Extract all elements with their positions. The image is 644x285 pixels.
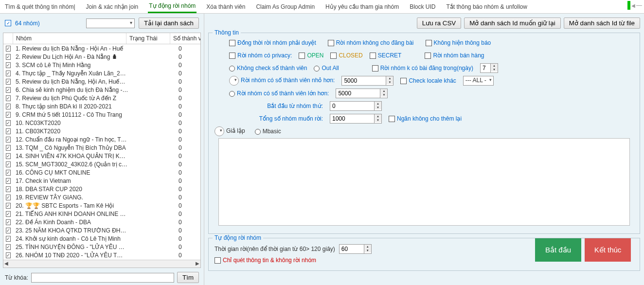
tab-7[interactable]: Tắt thông báo nhóm & unfollow	[446, 1, 528, 13]
row-checkbox[interactable]	[6, 62, 11, 68]
col-status[interactable]: Trạng Thái	[126, 33, 170, 44]
chk-no-post[interactable]	[328, 40, 334, 46]
open-from-file-button[interactable]: Mở danh sách Id từ file	[564, 18, 640, 29]
table-row[interactable]: 16. CÔNG CỤ MKT ONLINE0	[3, 168, 200, 177]
table-row[interactable]: 25. TÌNH NGUYỆN ĐÔNG - "LỬA YÊU …0	[3, 243, 200, 251]
filter-combo[interactable]	[86, 18, 135, 28]
table-row[interactable]: 20. 🏆🏆 SBTC Esports - Tam Kê Hội0	[3, 201, 200, 210]
table-row[interactable]: 12. Chuẩn đầu ra Ngoại ngữ - Tin học, T……	[3, 135, 200, 143]
stop-button[interactable]: Kết thúc	[585, 238, 631, 262]
chk-closed[interactable]	[330, 53, 337, 59]
tab-0[interactable]: Tìm & quét thông tin nhóm|	[4, 1, 76, 13]
row-checkbox[interactable]	[6, 203, 11, 209]
chk-only-scan[interactable]	[215, 257, 221, 264]
table-row[interactable]: 23. 25 NĂM KHOA QTKD TRƯỜNG ĐH…0	[3, 226, 200, 234]
tabs-scroll-left-icon[interactable]: ◀	[631, 3, 635, 8]
table-row[interactable]: 21. TIẾNG ANH KINH DOANH ONLINE …0	[3, 210, 200, 218]
row-checkbox[interactable]	[6, 54, 11, 60]
radio-mbasic[interactable]	[255, 129, 261, 135]
lt-spin[interactable]: ▲▼	[341, 76, 394, 86]
chk-sale[interactable]	[425, 53, 431, 59]
row-checkbox[interactable]	[6, 244, 11, 250]
table-row[interactable]: 1. Review du lịch Đà Nẵng - Hội An - Huế…	[3, 44, 200, 53]
table-row[interactable]: 4. Thực tập _ Thầy Nguyễn Xuân Lãn_2…0	[3, 69, 200, 77]
table-row[interactable]: 7. Review du lịch Phú Quốc từ A đến Z0	[3, 94, 200, 102]
table-row[interactable]: 11. CB03KT20200	[3, 127, 200, 135]
row-checkbox[interactable]	[6, 178, 11, 184]
pin-icon[interactable]	[627, 1, 630, 10]
row-checkbox[interactable]	[6, 145, 11, 151]
row-checkbox[interactable]	[6, 219, 11, 225]
start-button[interactable]: Bắt đầu	[535, 238, 581, 262]
chk-no-notice[interactable]	[426, 40, 432, 46]
row-checkbox[interactable]	[6, 95, 11, 101]
tab-4[interactable]: Claim As Group Admin	[255, 1, 316, 13]
keyword-input[interactable]	[31, 273, 174, 283]
table-row[interactable]: 10. NC03KT20200	[3, 119, 200, 127]
chk-open[interactable]	[299, 53, 305, 59]
table-row[interactable]: 8. Thực tập sinh BDA kì II 2020-20210	[3, 102, 200, 110]
tabs-collapse-icon[interactable]: —	[636, 2, 642, 9]
gt-spin[interactable]: ▲▼	[336, 89, 388, 98]
tab-2[interactable]: Tự động rời nhóm	[148, 0, 197, 13]
row-checkbox[interactable]	[6, 112, 11, 118]
row-checkbox[interactable]	[6, 228, 11, 233]
chk-no-more[interactable]	[389, 116, 395, 122]
row-checkbox[interactable]	[6, 236, 11, 242]
chk-locale[interactable]	[400, 78, 407, 84]
days-spin[interactable]: ▲▼	[480, 63, 498, 73]
row-checkbox[interactable]	[6, 195, 11, 200]
chk-no-post-days[interactable]	[372, 65, 378, 71]
row-checkbox[interactable]	[6, 186, 11, 192]
chk-secret[interactable]	[370, 53, 376, 59]
total-spin[interactable]: ▲▼	[330, 114, 382, 124]
tab-5[interactable]: Hủy yêu cầu tham gia nhóm	[324, 1, 400, 13]
radio-lt[interactable]	[229, 76, 239, 86]
radio-no-check[interactable]	[229, 66, 235, 71]
table-row[interactable]: 2. Review Du Lịch Hội An - Đà Nẵng0	[3, 53, 200, 61]
chk-privacy[interactable]	[229, 53, 235, 59]
grid-hscroll[interactable]	[3, 260, 200, 267]
row-checkbox[interactable]	[6, 104, 11, 109]
table-row[interactable]: 22. Đề Án Kinh Doanh - DBA0	[3, 218, 200, 226]
row-checkbox[interactable]	[6, 46, 11, 52]
table-row[interactable]: 14. SINH VIÊN 47K KHOA QUẢN TRỊ K…0	[3, 152, 200, 160]
table-row[interactable]: 18. DBA STAR CUP 20200	[3, 185, 200, 193]
row-checkbox[interactable]	[6, 87, 11, 93]
locale-select[interactable]: --- ALL -	[463, 76, 494, 86]
time-spin[interactable]: ▲▼	[339, 244, 372, 254]
chk-both-approve[interactable]	[229, 40, 235, 46]
col-group[interactable]: Nhóm	[13, 33, 126, 44]
start-spin[interactable]: ▲▼	[330, 101, 382, 111]
row-checkbox[interactable]	[6, 153, 11, 159]
table-row[interactable]: 5. Review du lịch Đà Nẵng, Hội An, Huế…0	[3, 77, 200, 86]
table-row[interactable]: 13. TQM _ Cô Nguyễn Thị Bích Thủy DBA0	[3, 143, 200, 152]
row-checkbox[interactable]	[6, 128, 11, 134]
table-row[interactable]: 24. Khởi sự kinh doanh - Cô Lê Thị Minh0	[3, 234, 200, 243]
radio-fake[interactable]	[215, 126, 224, 136]
row-checkbox[interactable]	[6, 137, 11, 142]
tab-6[interactable]: Block UID	[409, 1, 436, 13]
find-button[interactable]: Tìm	[177, 272, 199, 283]
table-row[interactable]: 26. NHÓM 10 TNĐ 2020 - "LỬA YÊU T…0	[3, 251, 200, 259]
table-row[interactable]: 19. REVIEW TÂY GIANG.0	[3, 193, 200, 201]
col-members[interactable]: Số thành v	[170, 33, 200, 44]
row-checkbox[interactable]	[6, 120, 11, 126]
radio-gt[interactable]	[229, 91, 235, 97]
row-checkbox[interactable]	[6, 170, 11, 176]
radio-out-all[interactable]	[314, 66, 320, 71]
tab-1[interactable]: Join & xác nhận join	[85, 1, 140, 13]
table-row[interactable]: 6. Chia sẻ kinh nghiệm du lịch Đà Nẵng -…	[3, 86, 200, 94]
table-row[interactable]: 9. CRM thứ 5 tiết 101112 - Cô Thu Trang0	[3, 110, 200, 119]
row-checkbox[interactable]	[6, 252, 11, 258]
reload-button[interactable]: Tải lại danh sách	[139, 18, 199, 29]
row-checkbox[interactable]	[6, 211, 11, 217]
open-keep-list-button[interactable]: Mở danh sách Id muốn giữ lại	[464, 18, 560, 29]
table-row[interactable]: 3. SCM cô Lê Thị Minh Hằng0	[3, 61, 200, 69]
row-checkbox[interactable]	[6, 79, 11, 85]
row-checkbox[interactable]	[6, 71, 11, 76]
tab-3[interactable]: Xóa thành viên	[205, 1, 246, 13]
row-checkbox[interactable]	[6, 161, 11, 167]
table-row[interactable]: 17. Check in Vietnam0	[3, 177, 200, 185]
table-row[interactable]: 15. SCM_MGT3002_43K02.6 (Quản trị c…0	[3, 160, 200, 168]
